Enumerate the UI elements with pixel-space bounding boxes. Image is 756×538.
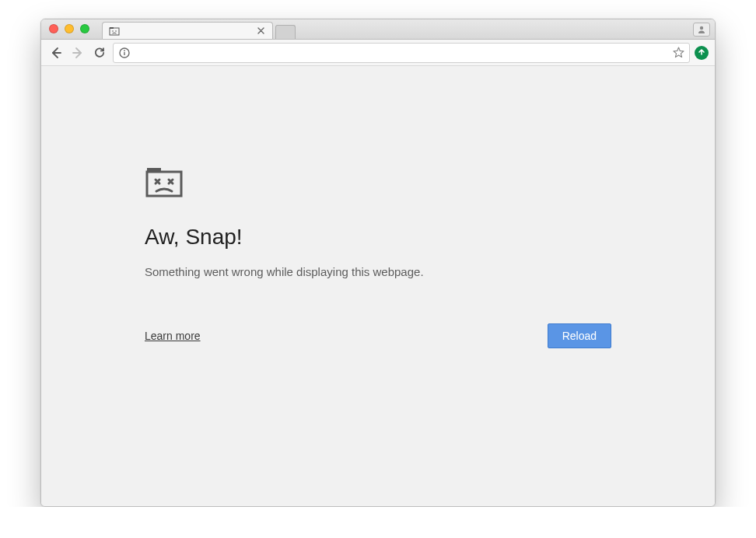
svg-rect-8 <box>147 172 181 196</box>
sad-folder-icon <box>109 26 120 37</box>
content-area: Aw, Snap! Something went wrong while dis… <box>41 66 715 506</box>
star-icon[interactable] <box>672 47 684 59</box>
address-input[interactable] <box>134 47 672 58</box>
new-tab-button[interactable] <box>275 25 296 39</box>
svg-rect-10 <box>158 170 161 173</box>
window-zoom-button[interactable] <box>80 24 89 33</box>
svg-point-2 <box>112 30 114 32</box>
reload-page-button[interactable]: Reload <box>548 323 611 348</box>
titlebar <box>41 19 715 40</box>
window-minimize-button[interactable] <box>65 24 74 33</box>
svg-rect-0 <box>110 28 119 35</box>
back-button[interactable] <box>47 44 65 61</box>
sad-folder-icon <box>145 166 611 201</box>
error-actions: Learn more Reload <box>145 323 611 348</box>
omnibox[interactable] <box>113 43 690 63</box>
forward-button <box>69 44 86 61</box>
tab-strip <box>102 19 295 39</box>
svg-point-3 <box>115 30 117 32</box>
info-icon[interactable] <box>118 47 131 59</box>
traffic-lights <box>49 24 89 33</box>
tab-active[interactable] <box>102 22 273 39</box>
tab-close-button[interactable] <box>255 26 266 37</box>
window-close-button[interactable] <box>49 24 58 33</box>
error-panel: Aw, Snap! Something went wrong while dis… <box>145 166 611 506</box>
svg-rect-1 <box>110 27 114 29</box>
browser-window: Aw, Snap! Something went wrong while dis… <box>40 19 716 507</box>
reload-button[interactable] <box>91 44 108 61</box>
svg-point-6 <box>124 50 125 51</box>
extension-button[interactable] <box>695 46 709 60</box>
learn-more-link[interactable]: Learn more <box>145 330 201 342</box>
error-message: Something went wrong while displaying th… <box>145 265 611 278</box>
svg-point-4 <box>700 26 703 30</box>
profile-button[interactable] <box>693 23 710 37</box>
toolbar <box>41 40 715 66</box>
error-title: Aw, Snap! <box>145 225 611 250</box>
svg-rect-7 <box>124 52 124 55</box>
